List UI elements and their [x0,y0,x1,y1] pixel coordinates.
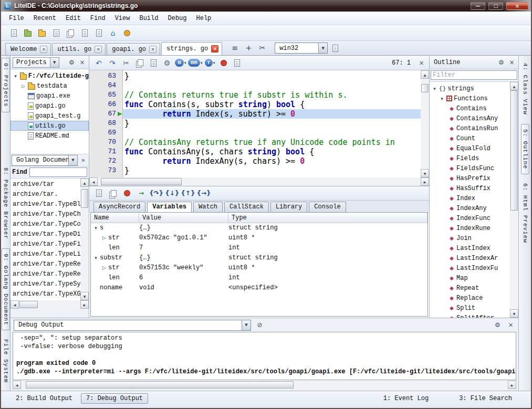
start-debug-button[interactable] [217,57,230,69]
sidebar-tab-file-system[interactable]: File System [2,334,10,389]
expander-icon[interactable]: ▾ [432,86,437,91]
build-run-menu-button[interactable]: BR▾ [188,57,203,69]
menu-edit[interactable]: Edit [61,13,86,24]
sidebar-tab-8-package-browser[interactable]: 8: Package Browser [2,162,10,245]
code-line-68[interactable]: 68} [89,119,429,128]
doc-list-item[interactable]: archive/tar.TypeRe [11,259,89,269]
project-item-goapi-exe[interactable]: goapi.exe [11,91,89,101]
outline-vscrollbar[interactable]: ▲▼ [510,82,518,318]
scroll-thumb[interactable] [19,301,38,308]
tab-close-icon[interactable]: × [40,46,47,53]
save-log-icon[interactable] [92,187,105,200]
outline-function-fieldsfunc[interactable]: ◆FieldsFunc [430,163,518,173]
editor-hscrollbar[interactable]: ◀▶ [89,177,429,186]
gear-icon[interactable]: ⚙ [493,321,502,330]
column-header-name[interactable]: Name [91,213,139,223]
scroll-up-button[interactable]: ▲ [421,70,429,79]
sidebar-tab-9-golang-document[interactable]: 9: Golang Document [2,248,10,331]
new-file-icon[interactable] [7,27,20,39]
open-project-icon[interactable] [36,27,48,39]
project-item-testdata[interactable]: ▷testdata [11,81,89,91]
outline-function-count[interactable]: ◆Count [430,133,518,143]
record-icon[interactable] [107,187,119,200]
sidebar-tab-4-class-view[interactable]: 4: Class View [521,58,529,120]
split-editor-icon[interactable]: + [242,41,255,54]
editor-vscrollbar[interactable]: ▲▼ [421,70,429,177]
close-panel-icon[interactable]: × [78,58,87,67]
sidebar-tab-5-outline[interactable]: 5: Outline [521,124,529,174]
editor-tab-goapi-go[interactable]: goapi. go× [107,43,160,55]
menu-recent[interactable]: Recent [29,13,61,24]
redo-icon[interactable]: ↷ [106,57,119,69]
status-toggle-3-file-search[interactable]: 3: File Search [454,393,517,404]
scroll-track[interactable] [21,381,508,389]
project-item-utils-go[interactable]: utils.go [11,121,89,131]
project-item-readme-md[interactable]: README.md [11,131,89,141]
code-line-67[interactable]: 67 return Index(s, substr) >= 0 [89,109,429,119]
scroll-right-button[interactable]: ▶ [508,381,516,389]
scroll-right-button[interactable]: ▶ [80,300,89,309]
build-config-icon[interactable]: ⚙ [161,57,173,69]
outline-function-index[interactable]: ◆Index [430,193,518,203]
test-menu-button[interactable]: T▾ [204,57,216,69]
line-number[interactable]: 71 [89,147,123,156]
stop-debug-icon[interactable] [121,187,133,200]
step-into-icon[interactable]: {↓} [165,187,179,200]
clear-output-icon[interactable]: ⊘ [255,321,264,330]
chevron-down-icon[interactable]: ▼ [318,43,327,53]
expander-icon[interactable]: ▾ [93,223,99,233]
variable-row-len[interactable]: len6int [91,273,427,283]
doc-list-item[interactable]: archive/tar.TypeCh [11,209,89,219]
code-line-66[interactable]: 66func Contains(s, substr string) bool { [89,100,429,109]
doc-list-item[interactable]: archive/tar.TypeBlo [11,200,89,209]
outline-function-fields[interactable]: ◆Fields [430,153,518,163]
projects-view-combo[interactable]: Projects ▼ [13,57,59,68]
doc-list-item[interactable]: archive/tar.TypeSy [11,279,89,289]
variable-row-str[interactable]: ▷str0x5702ac "go1.0.1"uint8 * [91,233,427,243]
doc-list-item[interactable]: archive/tar [11,180,89,190]
outline-function-replace[interactable]: ◆Replace [430,293,518,303]
cut-icon[interactable]: ✂ [120,57,132,69]
menu-view[interactable]: View [110,13,135,24]
line-number[interactable]: 72 [89,156,123,166]
outline-group-functions[interactable]: ▾Functions [430,93,518,103]
line-number[interactable]: 69 [89,128,123,138]
chevron-down-icon[interactable]: ▼ [242,320,251,330]
debug-tab-callstack[interactable]: CallStack [224,202,269,212]
close-panel-icon[interactable]: × [507,58,516,67]
doc-list-item[interactable]: archive/tar. [11,190,89,200]
expander-icon[interactable]: ▷ [20,83,26,89]
code-line-64[interactable]: 64 [89,81,429,90]
output-hscrollbar[interactable]: ◀▶ [13,381,516,389]
editor-tab-welcome[interactable]: Welcome× [5,43,51,55]
chevron-down-icon[interactable]: ▼ [50,58,59,67]
outline-function-lastindex[interactable]: ◆LastIndex [430,243,518,253]
tab-close-icon[interactable]: × [211,45,218,53]
outline-function-splitafter[interactable]: ◆SplitAfter [430,313,518,318]
line-number[interactable]: 64 [89,81,123,90]
editor-list-icon[interactable]: ≡ [228,41,241,54]
build-menu-button[interactable]: B▾ [174,57,187,69]
scroll-left-button[interactable]: ◀ [13,381,21,389]
doc-find-input[interactable] [29,167,87,177]
run-to-cursor-icon[interactable]: {→} [196,187,211,200]
column-header-value[interactable]: Value [139,213,228,223]
step-out-icon[interactable]: {↑} [181,187,195,200]
titlebar[interactable]: L LiteIDE - C:\Go\src\pkg\strings\string… [1,0,531,12]
menu-file[interactable]: File [4,13,29,24]
outline-function-lastindexfu[interactable]: ◆LastIndexFu [430,263,518,273]
debug-tab-library[interactable]: Library [270,202,307,212]
debug-output-text[interactable]: -sep=", ": setup separators -v=false: ve… [13,332,516,380]
step-over-icon[interactable]: {↷} [149,187,163,200]
continue-icon[interactable]: → [135,187,148,200]
scroll-thumb[interactable] [510,90,518,211]
code-line-72[interactable]: 72 return IndexAny(s, chars) >= 0 [89,156,429,166]
code-line-70[interactable]: 70// ContainsAny returns true if any Uni… [89,138,429,147]
save-file-icon[interactable] [50,27,62,39]
scroll-thumb[interactable] [101,178,182,185]
menu-debug[interactable]: Debug [163,13,191,24]
debug-tab-console[interactable]: Console [309,202,346,212]
menu-find[interactable]: Find [86,13,110,24]
scroll-track[interactable] [19,300,80,309]
expander-icon[interactable]: ▾ [93,253,99,263]
